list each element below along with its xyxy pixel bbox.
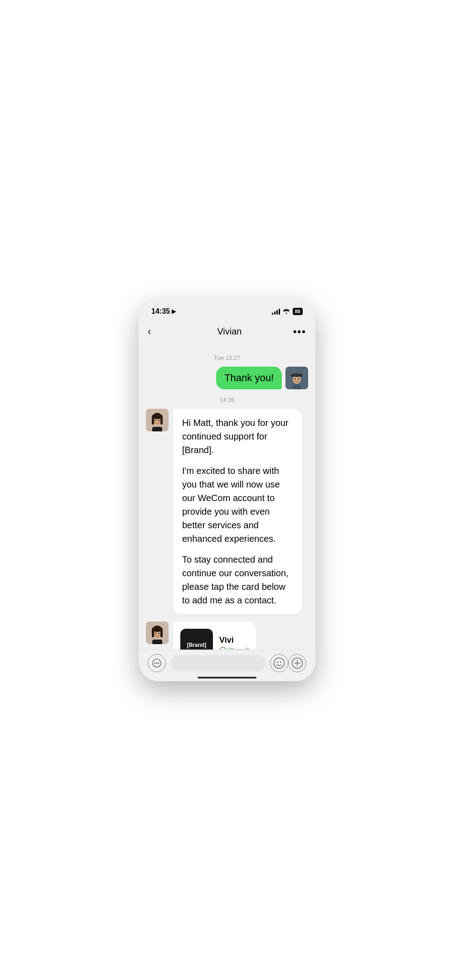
svg-point-32 [277, 662, 278, 663]
svg-point-28 [155, 663, 156, 664]
wifi-icon [283, 308, 290, 315]
voice-button[interactable] [148, 654, 166, 672]
svg-point-15 [159, 420, 160, 421]
svg-rect-21 [152, 629, 154, 637]
chat-area: Tue 13:27 Thank you! [139, 344, 315, 650]
nav-title: Vivian [217, 326, 241, 337]
svg-point-31 [274, 658, 285, 669]
contact-info: Vivi [Brand] [219, 636, 249, 650]
more-button[interactable]: ••• [293, 326, 306, 338]
svg-point-14 [155, 420, 156, 421]
svg-rect-25 [152, 640, 162, 644]
receiver-avatar [146, 409, 169, 431]
timestamp-2: 14:35 [146, 397, 308, 403]
emoji-button[interactable] [270, 654, 288, 672]
svg-point-4 [293, 373, 301, 377]
svg-point-5 [295, 378, 296, 379]
svg-point-24 [159, 632, 160, 634]
outgoing-message-row: Thank you! [146, 367, 308, 389]
svg-point-30 [158, 663, 159, 664]
contact-name: Vivi [219, 636, 249, 645]
svg-point-23 [155, 632, 156, 634]
svg-rect-13 [160, 416, 163, 425]
phone-frame: 14:35 ▶ 88 ‹ Vivian ••• Tue [139, 299, 315, 681]
nav-bar: ‹ Vivian ••• [139, 321, 315, 344]
incoming-para2: I'm excited to share with you that we wi… [182, 464, 293, 545]
svg-rect-22 [160, 629, 163, 637]
svg-rect-7 [293, 385, 301, 389]
contact-card-inner: [Brand] Vivi [Brand] [180, 629, 249, 650]
svg-rect-16 [152, 427, 162, 431]
battery-level: 88 [295, 309, 300, 314]
battery-icon: 88 [293, 308, 303, 315]
sender-avatar [285, 367, 308, 389]
incoming-message-row: Hi Matt, thank you for your continued su… [146, 409, 308, 614]
signal-icon [272, 308, 280, 315]
status-bar: 14:35 ▶ 88 [139, 299, 315, 321]
time-display: 14:35 [151, 307, 170, 316]
home-indicator [198, 677, 256, 679]
add-button[interactable] [288, 654, 306, 672]
contact-card-bubble[interactable]: [Brand] Vivi [Brand] WeCom Contact [173, 621, 256, 650]
outgoing-text: Thank you! [224, 372, 274, 383]
back-button[interactable]: ‹ [148, 326, 166, 338]
contact-card-row[interactable]: [Brand] Vivi [Brand] WeCom Contact [146, 621, 308, 650]
location-icon: ▶ [172, 308, 176, 315]
timestamp-1: Tue 13:27 [146, 354, 308, 361]
brand-logo: [Brand] [180, 629, 213, 650]
svg-point-29 [156, 663, 158, 664]
outgoing-bubble: Thank you! [216, 367, 282, 389]
svg-point-33 [280, 662, 281, 663]
contact-card-avatar [146, 621, 169, 644]
svg-point-6 [298, 378, 299, 379]
status-time: 14:35 ▶ [151, 307, 176, 316]
svg-rect-12 [152, 416, 154, 425]
brand-logo-text: [Brand] [185, 640, 208, 650]
status-icons: 88 [272, 308, 303, 315]
incoming-bubble: Hi Matt, thank you for your continued su… [173, 409, 302, 614]
incoming-para3: To stay connected and continue our conve… [182, 553, 293, 607]
incoming-para1: Hi Matt, thank you for your continued su… [182, 416, 293, 457]
text-input-area[interactable] [170, 655, 266, 671]
